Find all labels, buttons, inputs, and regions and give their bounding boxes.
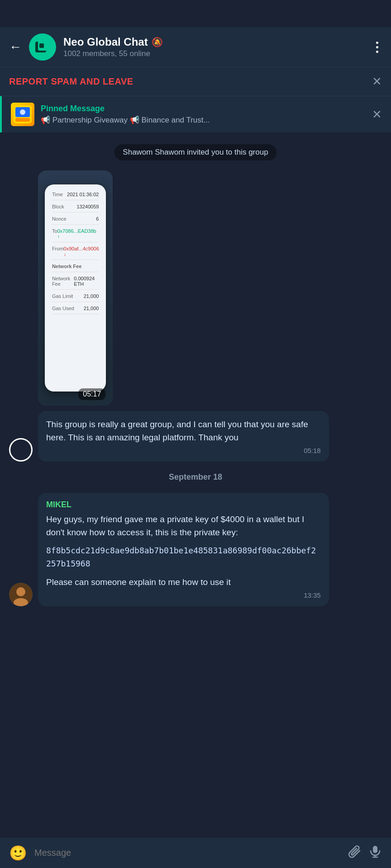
text-message-bubble[interactable]: This group is really a great group, and … xyxy=(38,411,329,462)
phone-row-nonce: Nonce 6 xyxy=(52,216,99,225)
system-message-bubble: Shawom Shawom invited you to this group xyxy=(114,144,276,160)
date-separator: September 18 xyxy=(9,467,382,487)
svg-rect-2 xyxy=(39,43,44,48)
phone-inner: Time 2021 01:36:02 Block 13240059 Nonce … xyxy=(45,184,106,392)
emoji-button[interactable]: 🙂 xyxy=(9,844,27,862)
image-timestamp: 05:17 xyxy=(78,388,105,400)
phone-row-from: From 0x90af...4c9006 ↓ xyxy=(52,246,99,260)
member-count: 1002 members, 55 online xyxy=(63,49,365,58)
phone-row-block: Block 13240059 xyxy=(52,204,99,212)
pinned-close-button[interactable]: ✕ xyxy=(372,108,382,122)
svg-rect-6 xyxy=(15,118,30,122)
sender-avatar xyxy=(9,438,33,462)
pinned-thumbnail xyxy=(11,103,34,126)
system-message: Shawom Shawom invited you to this group xyxy=(9,140,382,165)
pinned-label: Pinned Message xyxy=(41,104,366,113)
date-label: September 18 xyxy=(169,472,222,481)
image-message-row: Time 2021 01:36:02 Block 13240059 Nonce … xyxy=(9,170,382,406)
mikel-intro: Hey guys, my friend gave me a private ke… xyxy=(46,513,321,539)
group-title: Neo Global Chat 🔕 xyxy=(63,36,365,48)
image-message-bubble[interactable]: Time 2021 01:36:02 Block 13240059 Nonce … xyxy=(38,170,113,406)
sender-name: MIKEL xyxy=(46,500,321,509)
pinned-message-bar[interactable]: Pinned Message 📢 Partnership Giveaway 📢 … xyxy=(0,96,391,132)
attach-button[interactable] xyxy=(348,844,361,861)
svg-point-8 xyxy=(16,587,25,596)
phone-row-time: Time 2021 01:36:02 xyxy=(52,192,99,200)
message-image: Time 2021 01:36:02 Block 13240059 Nonce … xyxy=(38,170,113,406)
header-info: Neo Global Chat 🔕 1002 members, 55 onlin… xyxy=(63,36,365,58)
pinned-content: Pinned Message 📢 Partnership Giveaway 📢 … xyxy=(41,104,366,125)
pinned-megaphone-right: 📢 xyxy=(130,116,139,124)
spam-close-button[interactable]: ✕ xyxy=(372,75,382,89)
status-bar xyxy=(0,0,391,27)
phone-row-networkfee-label: Network Fee xyxy=(52,264,99,272)
mute-icon: 🔕 xyxy=(152,37,163,47)
svg-point-5 xyxy=(20,109,25,115)
pinned-text: 📢 Partnership Giveaway 📢 Binance and Tru… xyxy=(41,115,366,125)
spam-banner: REPORT SPAM AND LEAVE ✕ xyxy=(0,67,391,96)
phone-row-to: To 0x7086...EAD38b ↑ xyxy=(52,228,99,242)
private-key: 8f8b5cdc21d9c8ae9db8ab7b01be1e485831a869… xyxy=(46,544,321,571)
mikel-followup: Please can someone explain to me how to … xyxy=(46,576,321,589)
mikel-message-bubble[interactable]: MIKEL Hey guys, my friend gave me a priv… xyxy=(38,493,329,606)
spam-text[interactable]: REPORT SPAM AND LEAVE xyxy=(9,76,134,87)
back-button[interactable]: ← xyxy=(9,41,22,53)
message-bar: 🙂 xyxy=(0,838,391,868)
text-message-row: This group is really a great group, and … xyxy=(9,411,382,462)
phone-screenshot: Time 2021 01:36:02 Block 13240059 Nonce … xyxy=(38,170,113,406)
microphone-button[interactable] xyxy=(368,844,382,861)
svg-rect-10 xyxy=(373,846,377,853)
phone-row-gasused: Gas Used 21,000 xyxy=(52,306,99,314)
message-text: This group is really a great group, and … xyxy=(46,418,321,444)
phone-row-gaslimit: Gas Limit 21,000 xyxy=(52,293,99,302)
mikel-time: 13:35 xyxy=(46,591,321,599)
more-options-button[interactable] xyxy=(372,38,382,57)
message-input[interactable] xyxy=(34,844,340,862)
mikel-avatar xyxy=(9,583,33,606)
group-avatar xyxy=(29,33,56,61)
phone-row-networkfee-value: Network Fee 0.000924 ETH xyxy=(52,276,99,290)
chat-header: ← Neo Global Chat 🔕 1002 members, 55 onl… xyxy=(0,27,391,67)
message-time: 05:18 xyxy=(46,447,321,454)
pinned-megaphone-left: 📢 xyxy=(41,116,50,124)
mikel-message-row: MIKEL Hey guys, my friend gave me a priv… xyxy=(9,493,382,606)
chat-area: Shawom Shawom invited you to this group … xyxy=(0,132,391,838)
